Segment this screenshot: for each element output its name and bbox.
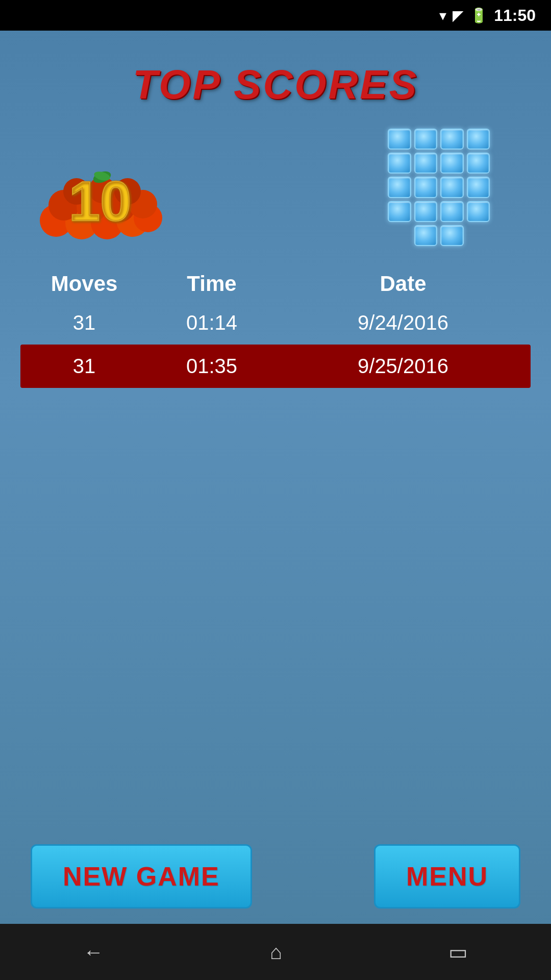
tile-1-3 [440,129,464,150]
status-time: 11:50 [494,6,536,25]
row1-date: 9/24/2016 [276,311,531,334]
header-moves: Moves [20,272,148,296]
row2-time: 01:35 [148,355,276,378]
row2-moves: 31 [20,355,148,378]
tile-2-3 [440,153,464,174]
new-game-button[interactable]: NEW GAME [31,844,252,909]
tile-1-1 [388,129,411,150]
tile-2-2 [414,153,438,174]
score-row-1: 31 01:14 9/24/2016 [20,301,531,345]
tile-1-2 [414,129,438,150]
tile-4-4 [467,201,490,222]
menu-button[interactable]: MENU [374,844,520,909]
page-title: TOP SCORES [0,61,551,108]
tile-4-3 [440,201,464,222]
row1-moves: 31 [20,311,148,334]
tile-5-1 [414,225,438,246]
tile-3-1 [388,177,411,198]
tile-2-4 [467,153,490,174]
header-date: Date [276,272,531,296]
tile-grid [388,129,520,246]
back-icon[interactable]: ← [83,941,104,964]
wifi-icon: ▾ [439,7,446,24]
svg-text:10: 10 [69,169,131,232]
score-table: Moves Time Date 31 01:14 9/24/2016 31 01… [20,266,531,388]
header-icons: 10 10 [31,129,520,246]
fruit-ten-svg: 10 10 [31,131,173,243]
signal-icon: ◤ [453,7,464,24]
tile-5-2 [440,225,464,246]
status-icons: ▾ ◤ 🔋 11:50 [439,6,536,25]
tile-3-3 [440,177,464,198]
tile-1-4 [467,129,490,150]
tile-4-1 [388,201,411,222]
nav-bar: ← ⌂ ▭ [0,924,551,980]
fruit-badge: 10 10 [31,131,173,243]
bottom-buttons: NEW GAME MENU [0,844,551,909]
status-bar: ▾ ◤ 🔋 11:50 [0,0,551,31]
header-time: Time [148,272,276,296]
recents-icon[interactable]: ▭ [448,940,468,964]
score-row-2: 31 01:35 9/25/2016 [20,345,531,388]
battery-icon: 🔋 [470,7,488,24]
row2-date: 9/25/2016 [276,355,531,378]
tile-2-1 [388,153,411,174]
home-icon[interactable]: ⌂ [270,941,282,964]
score-header: Moves Time Date [20,266,531,301]
row1-time: 01:14 [148,311,276,334]
tile-4-2 [414,201,438,222]
tile-3-2 [414,177,438,198]
tile-3-4 [467,177,490,198]
